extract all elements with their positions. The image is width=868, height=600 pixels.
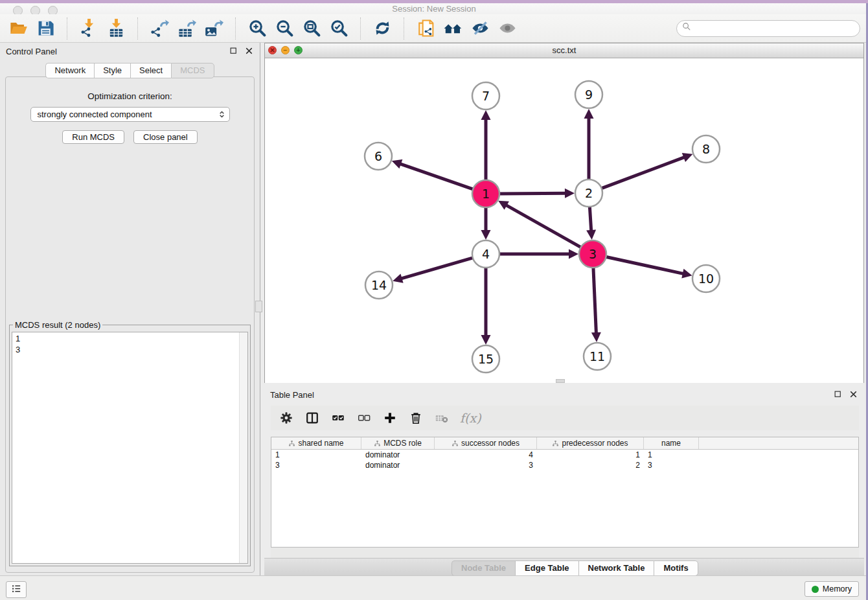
settings-gear-icon[interactable] (279, 410, 294, 426)
select-stepper-icon (217, 110, 227, 120)
zoom-out-icon[interactable] (274, 17, 295, 39)
graph-edge-3-1[interactable] (505, 205, 582, 248)
graph-edge-4-14[interactable] (401, 257, 474, 279)
delete-column-trash-icon[interactable] (408, 410, 424, 426)
import-table-icon[interactable] (106, 17, 127, 39)
run-mcds-button[interactable]: Run MCDS (62, 130, 124, 144)
table-panel-float-icon[interactable] (832, 389, 843, 400)
table-cell[interactable]: 3 (435, 460, 537, 470)
tab-network[interactable]: Network (45, 63, 94, 78)
graph-node-label: 6 (374, 149, 382, 163)
zoom-in-icon[interactable] (247, 17, 268, 39)
graph-node-label: 10 (698, 271, 714, 286)
select-all-checks-icon[interactable] (330, 410, 346, 426)
toolbar-separator (404, 17, 405, 40)
column-header-successor-nodes[interactable]: successor nodes (435, 437, 537, 449)
table-cell[interactable]: 4 (435, 450, 537, 460)
add-column-plus-icon[interactable] (382, 410, 398, 426)
table-cell[interactable]: 3 (271, 460, 361, 470)
canvas-resize-grip[interactable] (556, 379, 565, 383)
network-file-icon[interactable] (415, 17, 437, 39)
mcds-result-scrollbar[interactable] (239, 332, 247, 563)
network-window: ✕ − + scc.txt 7968124314101511 (264, 43, 864, 383)
column-header-label: shared name (298, 439, 343, 448)
refresh-layout-icon[interactable] (372, 17, 393, 39)
control-panel-close-icon[interactable] (244, 45, 255, 56)
split-columns-icon[interactable] (304, 410, 320, 426)
table-cell[interactable]: 2 (537, 460, 644, 470)
table-cell[interactable]: 1 (271, 450, 361, 460)
graph-edge-arrowhead (392, 159, 403, 168)
open-session-icon[interactable] (8, 17, 29, 39)
table-cell[interactable]: dominator (361, 460, 435, 470)
delete-table-icon (434, 410, 450, 426)
export-table-icon[interactable] (176, 17, 198, 39)
control-panel-float-icon[interactable] (228, 45, 239, 56)
graph-edge-1-2[interactable] (498, 193, 566, 194)
column-header-MCDS-role[interactable]: MCDS role (361, 437, 435, 449)
splitter-grip[interactable] (255, 301, 262, 312)
table-panel-close-icon[interactable] (848, 389, 859, 400)
column-header-predecessor-nodes[interactable]: predecessor nodes (537, 437, 644, 449)
graph-edge-3-10[interactable] (605, 257, 684, 274)
toolbar-separator (360, 17, 361, 40)
control-panel-title: Control Panel (0, 47, 57, 56)
graph-edge-2-8[interactable] (600, 157, 685, 189)
graph-edge-2-3[interactable] (589, 205, 591, 231)
tab-network-table[interactable]: Network Table (578, 560, 654, 576)
graph-edge-1-6[interactable] (400, 164, 474, 190)
tab-edge-table[interactable]: Edge Table (515, 560, 578, 576)
graph-edge-arrowhead (569, 249, 578, 259)
search-icon (682, 22, 692, 34)
hierarchy-icon (288, 440, 295, 447)
network-window-title: scc.txt (265, 45, 863, 55)
graph-node-label: 2 (585, 186, 593, 200)
column-header-shared-name[interactable]: shared name (271, 437, 361, 449)
deselect-all-checks-icon[interactable] (356, 410, 372, 426)
network-window-titlebar[interactable]: ✕ − + scc.txt (265, 43, 863, 58)
mcds-result-textarea[interactable]: 13 (12, 332, 248, 564)
tab-node-table[interactable]: Node Table (451, 560, 515, 576)
table-cell[interactable]: 1 (537, 450, 644, 460)
window-title: Session: New Session (0, 4, 868, 14)
import-network-icon[interactable] (78, 17, 100, 39)
os-titlebar: Session: New Session (0, 0, 868, 15)
search-input[interactable] (692, 23, 860, 33)
tab-motifs[interactable]: Motifs (654, 560, 698, 576)
network-canvas[interactable]: 7968124314101511 (265, 58, 863, 383)
zoom-fit-icon[interactable] (301, 17, 323, 39)
graph-edge-arrowhead (393, 273, 403, 283)
toolbar-separator (235, 17, 236, 40)
tab-select[interactable]: Select (130, 63, 171, 78)
export-image-icon[interactable] (203, 17, 225, 39)
close-panel-button[interactable]: Close panel (133, 130, 198, 144)
hide-selected-eye-icon[interactable] (470, 17, 491, 39)
column-header-name[interactable]: name (644, 437, 699, 449)
tab-style[interactable]: Style (94, 63, 130, 78)
main-toolbar (0, 14, 868, 43)
save-session-icon[interactable] (35, 17, 56, 39)
memory-button[interactable]: Memory (805, 581, 859, 597)
node-table: shared nameMCDS rolesuccessor nodesprede… (271, 437, 859, 548)
optimization-criterion-label: Optimization criterion: (6, 91, 254, 101)
table-tab-strip: Node TableEdge TableNetwork TableMotifs (264, 558, 864, 575)
table-cell[interactable]: 1 (644, 450, 699, 460)
zoom-selected-icon[interactable] (328, 17, 350, 39)
graph-node-label: 4 (482, 247, 490, 261)
memory-status-dot (812, 586, 819, 593)
hierarchy-icon (451, 440, 459, 447)
home-pair-icon[interactable] (442, 17, 464, 39)
column-header-label: MCDS role (383, 439, 422, 448)
table-row[interactable]: 1dominator411 (271, 450, 858, 460)
table-cell[interactable]: dominator (361, 450, 435, 460)
task-history-button[interactable] (6, 581, 27, 598)
table-cell[interactable]: 3 (644, 460, 699, 470)
search-box[interactable] (676, 20, 860, 37)
table-row[interactable]: 3dominator323 (271, 460, 858, 470)
table-panel: Table Panel f(x) shared nameMCDS rolesuc… (264, 386, 864, 575)
tab-mcds[interactable]: MCDS (171, 63, 214, 78)
table-hscroll-area[interactable] (271, 548, 859, 559)
criterion-select[interactable]: strongly connected component (30, 107, 230, 122)
graph-edge-3-11[interactable] (593, 266, 597, 334)
export-network-icon[interactable] (149, 17, 170, 39)
